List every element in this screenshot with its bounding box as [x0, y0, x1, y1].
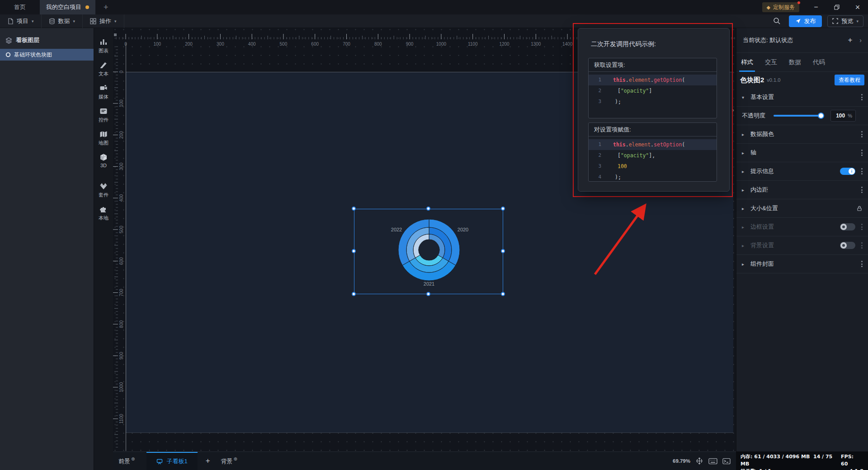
component-header: 色块图2 v0.1.0 查看教程 — [736, 72, 868, 88]
code-line: 4); — [589, 172, 717, 183]
search-button[interactable] — [773, 17, 781, 25]
section-数据颜色[interactable]: ▸数据颜色 — [736, 125, 868, 144]
selection-handle[interactable] — [501, 292, 505, 296]
kebab-menu-icon[interactable] — [861, 131, 863, 137]
kebab-menu-icon[interactable] — [861, 168, 863, 174]
tab-project[interactable]: 我的空白项目 — [40, 0, 95, 14]
add-subpanel-button[interactable]: + — [206, 456, 210, 465]
section-组件封面[interactable]: ▸组件封面 — [736, 255, 868, 273]
section-chevron-icon[interactable]: ▸ — [742, 132, 747, 137]
selection-handle[interactable] — [352, 207, 356, 211]
toolbox-item-puzzle[interactable]: 本地 — [99, 205, 108, 221]
background-button[interactable]: 背景⊕ — [221, 456, 237, 465]
section-基本设置[interactable]: ▾基本设置 — [736, 88, 868, 107]
section-chevron-icon[interactable]: ▸ — [742, 150, 747, 155]
new-tab-button[interactable]: + — [104, 0, 108, 14]
preview-button[interactable]: 预览 ▾ — [827, 15, 863, 27]
preview-label: 预览 — [841, 17, 853, 25]
unsaved-dot-icon — [85, 5, 89, 9]
svg-text:1400: 1400 — [562, 42, 573, 47]
section-chevron-icon[interactable]: ▾ — [742, 95, 747, 100]
section-背景设置[interactable]: ▸背景设置 — [736, 236, 868, 255]
svg-text:500: 500 — [280, 42, 288, 47]
selection-handle[interactable] — [352, 249, 356, 253]
opacity-slider[interactable] — [774, 115, 824, 117]
add-foreground-icon[interactable]: ⊕ — [131, 456, 135, 461]
code-line: 3); — [589, 96, 717, 107]
svg-text:600: 600 — [311, 42, 319, 47]
subpanel-tab-label: 子看板1 — [166, 457, 187, 465]
kebab-menu-icon[interactable] — [861, 261, 863, 267]
minimize-button[interactable]: − — [806, 0, 826, 14]
zoom-level[interactable]: 69.79% — [673, 458, 690, 464]
tutorial-button[interactable]: 查看教程 — [835, 75, 864, 85]
toolbox-item-chart[interactable]: 图表 — [99, 38, 108, 54]
menu-database[interactable]: 数据▾ — [42, 14, 83, 28]
shortcuts-button[interactable] — [708, 458, 717, 465]
section-边框设置[interactable]: ▸边框设置 — [736, 218, 868, 236]
menu-grid[interactable]: 操作▾ — [83, 14, 124, 28]
tab-home[interactable]: 首页 — [0, 0, 40, 14]
publish-button[interactable]: 发布 — [789, 15, 822, 27]
toolbox-item-map[interactable]: 地图 — [99, 130, 108, 146]
kebab-menu-icon[interactable] — [861, 187, 863, 193]
section-chevron-icon[interactable]: ▸ — [742, 188, 747, 193]
section-chevron-icon[interactable]: ▸ — [742, 225, 747, 230]
chevron-right-icon[interactable]: › — [859, 37, 862, 44]
selection-handle[interactable] — [426, 292, 430, 296]
kebab-menu-icon[interactable] — [861, 150, 863, 156]
svg-text:1000: 1000 — [119, 382, 124, 392]
vertical-ruler: 010020030040050060070080090010001100 — [113, 43, 128, 451]
selection-handle[interactable] — [426, 207, 430, 211]
toolbox-item-cube[interactable]: 3D — [99, 153, 108, 168]
panel-tab-样式[interactable]: 样式 — [741, 53, 753, 72]
section-chevron-icon[interactable]: ▸ — [742, 262, 747, 267]
toolbox-item-widget[interactable]: 控件 — [99, 107, 108, 123]
subpanel-tab[interactable]: 子看板1 — [146, 452, 197, 470]
foreground-button[interactable]: 前景⊕ — [118, 456, 135, 465]
toolbox-item-kit[interactable]: 套件 — [99, 182, 108, 198]
section-chevron-icon[interactable]: ▸ — [742, 169, 747, 174]
search-icon — [773, 17, 781, 25]
toggle-off-icon[interactable] — [840, 223, 855, 230]
foreground-label: 前景 — [118, 458, 130, 465]
add-background-icon[interactable]: ⊕ — [234, 456, 237, 461]
lock-icon[interactable] — [856, 205, 863, 212]
svg-text:1200: 1200 — [499, 42, 509, 47]
kebab-menu-icon[interactable] — [861, 224, 863, 230]
section-内边距[interactable]: ▸内边距 — [736, 181, 868, 199]
toggle-off-icon[interactable] — [840, 242, 855, 249]
custom-service-badge[interactable]: ◆ 定制服务 — [762, 2, 799, 12]
selection-handle[interactable] — [352, 292, 356, 296]
section-chevron-icon[interactable]: ▸ — [742, 243, 747, 248]
section-chevron-icon[interactable]: ▸ — [742, 206, 747, 211]
restore-button[interactable] — [826, 0, 847, 14]
fit-screen-button[interactable] — [695, 457, 703, 465]
panel-tab-交互[interactable]: 交互 — [765, 53, 777, 72]
selection-handle[interactable] — [501, 249, 505, 253]
kebab-menu-icon[interactable] — [861, 242, 863, 249]
add-state-button[interactable]: + — [848, 36, 852, 45]
panel-tab-数据[interactable]: 数据 — [789, 53, 801, 72]
panel-tab-代码[interactable]: 代码 — [813, 53, 825, 72]
slider-knob[interactable] — [818, 113, 824, 119]
toolbox-item-label: 3D — [100, 163, 107, 168]
svg-text:100: 100 — [119, 99, 124, 107]
kebab-menu-icon[interactable] — [861, 94, 863, 100]
opacity-input[interactable]: 100% — [830, 110, 856, 122]
console-button[interactable] — [722, 458, 731, 465]
toggle-on-icon[interactable]: i — [840, 168, 855, 175]
layer-item-selected[interactable]: 基础环状色块图 — [0, 49, 94, 61]
selected-component[interactable]: 202020212022 — [354, 209, 503, 294]
menu-file[interactable]: 项目▾ — [0, 14, 42, 28]
layer-item-label: 基础环状色块图 — [14, 51, 52, 59]
code-line: 1this.element.setOption( — [589, 139, 717, 150]
section-轴[interactable]: ▸轴 — [736, 144, 868, 162]
selection-handle[interactable] — [501, 207, 505, 211]
section-大小&位置[interactable]: ▸大小&位置 — [736, 199, 868, 218]
toolbox-item-media[interactable]: 媒体 — [99, 84, 108, 100]
section-提示信息[interactable]: ▸提示信息i — [736, 162, 868, 181]
close-button[interactable]: × — [847, 0, 868, 14]
popup-title: 二次开发调用代码示例: — [578, 28, 729, 48]
toolbox-item-text[interactable]: 文本 — [99, 61, 108, 77]
